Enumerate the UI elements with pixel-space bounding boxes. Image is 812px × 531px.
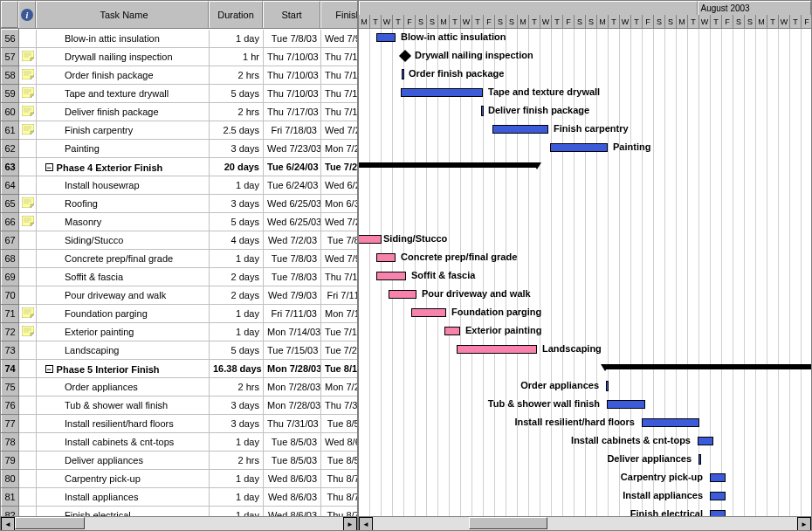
duration-cell[interactable]: 3 days xyxy=(210,140,264,158)
task-name-cell[interactable]: Finish electrical xyxy=(37,507,210,517)
col-header-start[interactable]: Start xyxy=(263,1,320,28)
gantt-bar[interactable] xyxy=(642,418,699,427)
start-cell[interactable]: Tue 7/15/03 xyxy=(264,341,321,360)
row-number[interactable]: 63 xyxy=(2,158,19,176)
start-cell[interactable]: Tue 7/8/03 xyxy=(264,250,321,268)
table-row[interactable]: 59Tape and texture drywall5 daysThu 7/10… xyxy=(2,85,358,103)
finish-cell[interactable]: Thu 8/7/03 xyxy=(321,507,358,517)
timeline-day[interactable]: T xyxy=(393,15,404,29)
note-cell[interactable] xyxy=(19,378,37,397)
summary-bar[interactable] xyxy=(604,364,811,369)
finish-cell[interactable]: Wed 7/9/03 xyxy=(321,250,358,268)
start-cell[interactable]: Wed 7/9/03 xyxy=(264,286,321,305)
timeline-day[interactable]: W xyxy=(699,15,711,29)
finish-cell[interactable]: Mon 6/30/03 xyxy=(321,195,358,213)
table-row[interactable]: 64Install housewrap1 dayTue 6/24/03Wed 6… xyxy=(2,176,358,195)
table-row[interactable]: 58Order finish package2 hrsThu 7/10/03Th… xyxy=(2,66,358,85)
row-number[interactable]: 70 xyxy=(2,286,19,305)
duration-cell[interactable]: 1 day xyxy=(210,305,264,323)
table-row[interactable]: 67Siding/Stucco4 daysWed 7/2/03Tue 7/8/0… xyxy=(2,231,358,250)
gantt-bar[interactable] xyxy=(376,253,396,262)
timeline-day[interactable]: M xyxy=(756,15,767,29)
timeline-day[interactable]: T xyxy=(472,15,484,29)
note-cell[interactable] xyxy=(19,360,37,378)
timeline-day[interactable]: T xyxy=(790,15,802,29)
finish-cell[interactable]: Tue 7/22/03 xyxy=(321,158,358,176)
timeline-day[interactable]: S xyxy=(654,15,665,29)
scroll-right-arrow[interactable]: ► xyxy=(797,517,811,530)
gantt-bar[interactable] xyxy=(698,437,713,445)
duration-cell[interactable]: 2 hrs xyxy=(210,378,264,397)
duration-cell[interactable]: 5 days xyxy=(210,341,264,360)
timeline-day[interactable]: T xyxy=(631,15,643,29)
row-number[interactable]: 73 xyxy=(2,341,19,360)
gantt-bar[interactable] xyxy=(481,106,484,116)
note-cell[interactable] xyxy=(19,433,37,452)
row-number[interactable]: 72 xyxy=(2,323,19,341)
gantt-row[interactable]: Finish electrical xyxy=(359,506,811,516)
table-row[interactable]: 69Soffit & fascia2 daysTue 7/8/03Thu 7/1… xyxy=(2,268,358,286)
table-row[interactable]: 73Landscaping5 daysTue 7/15/03Tue 7/22/0… xyxy=(2,341,358,360)
gantt-row[interactable]: Concrete prep/final grade xyxy=(359,249,811,267)
gantt-row[interactable]: Deliver finish package xyxy=(359,102,811,121)
grid-body[interactable]: 56Blow-in attic insulation1 dayTue 7/8/0… xyxy=(1,29,357,516)
finish-cell[interactable]: Thu 7/10/03 xyxy=(321,66,358,85)
duration-cell[interactable]: 16.38 days xyxy=(210,360,264,378)
task-name-cell[interactable]: Install cabinets & cnt-tops xyxy=(37,433,210,452)
task-name-cell[interactable]: Concrete prep/final grade xyxy=(37,250,210,268)
note-cell[interactable] xyxy=(19,103,37,121)
row-number[interactable]: 67 xyxy=(2,231,19,250)
gantt-row[interactable]: Deliver appliances xyxy=(359,451,811,469)
table-row[interactable]: 80Carpentry pick-up1 dayWed 8/6/03Thu 8/… xyxy=(2,470,358,488)
task-name-cell[interactable]: Landscaping xyxy=(37,341,210,360)
gantt-row[interactable] xyxy=(359,157,811,176)
table-row[interactable]: 70Pour driveway and walk2 daysWed 7/9/03… xyxy=(2,286,358,305)
note-cell[interactable] xyxy=(19,158,37,176)
finish-cell[interactable]: Mon 7/28/03 xyxy=(321,140,358,158)
task-name-cell[interactable]: Masonry xyxy=(37,213,210,231)
timeline-day[interactable]: T xyxy=(552,15,563,29)
timeline-day[interactable]: F xyxy=(802,15,811,29)
duration-cell[interactable]: 2.5 days xyxy=(210,121,264,140)
timeline-day[interactable]: W xyxy=(779,15,790,29)
row-number[interactable]: 64 xyxy=(2,176,19,195)
gantt-bar[interactable] xyxy=(457,345,537,354)
task-name-cell[interactable]: Exterior painting xyxy=(37,323,210,341)
scroll-thumb[interactable] xyxy=(469,517,547,529)
scroll-track[interactable] xyxy=(373,517,797,530)
note-cell[interactable] xyxy=(19,268,37,286)
start-cell[interactable]: Thu 7/10/03 xyxy=(264,66,321,85)
task-name-cell[interactable]: Finish carpentry xyxy=(37,121,210,140)
timeline-day[interactable]: S xyxy=(586,15,597,29)
row-number[interactable]: 77 xyxy=(2,415,19,433)
row-number[interactable]: 62 xyxy=(2,140,19,158)
gantt-row[interactable]: Soffit & fascia xyxy=(359,267,811,286)
duration-cell[interactable]: 20 days xyxy=(210,158,264,176)
timeline-day[interactable]: T xyxy=(370,15,382,29)
duration-cell[interactable]: 1 day xyxy=(210,250,264,268)
row-number[interactable]: 75 xyxy=(2,378,19,397)
duration-cell[interactable]: 1 day xyxy=(210,30,264,48)
start-cell[interactable]: Thu 7/10/03 xyxy=(264,48,321,66)
scroll-right-arrow[interactable]: ► xyxy=(343,517,357,530)
gantt-bar[interactable] xyxy=(389,290,416,299)
gantt-bar[interactable] xyxy=(492,125,548,134)
table-row[interactable]: 76Tub & shower wall finish3 daysMon 7/28… xyxy=(2,397,358,415)
note-cell[interactable] xyxy=(19,341,37,360)
finish-cell[interactable]: Tue 7/15/03 xyxy=(321,323,358,341)
gantt-row[interactable]: Install cabinets & cnt-tops xyxy=(359,432,811,451)
table-row[interactable]: 75Order appliances2 hrsMon 7/28/03Mon 7/… xyxy=(2,378,358,397)
start-cell[interactable]: Fri 7/18/03 xyxy=(264,121,321,140)
row-number[interactable]: 66 xyxy=(2,213,19,231)
finish-cell[interactable]: Fri 7/11/03 xyxy=(321,286,358,305)
task-name-cell[interactable]: −Phase 5 Interior Finish xyxy=(37,360,210,378)
left-h-scrollbar[interactable]: ◄ ► xyxy=(1,516,357,530)
task-name-cell[interactable]: Foundation parging xyxy=(37,305,210,323)
start-cell[interactable]: Thu 7/10/03 xyxy=(264,85,321,103)
duration-cell[interactable]: 1 day xyxy=(210,433,264,452)
task-name-cell[interactable]: Deliver finish package xyxy=(37,103,210,121)
table-row[interactable]: 63−Phase 4 Exterior Finish20 daysTue 6/2… xyxy=(2,158,358,176)
start-cell[interactable]: Wed 7/2/03 xyxy=(264,231,321,250)
start-cell[interactable]: Mon 7/14/03 xyxy=(264,323,321,341)
task-name-cell[interactable]: Order finish package xyxy=(37,66,210,85)
